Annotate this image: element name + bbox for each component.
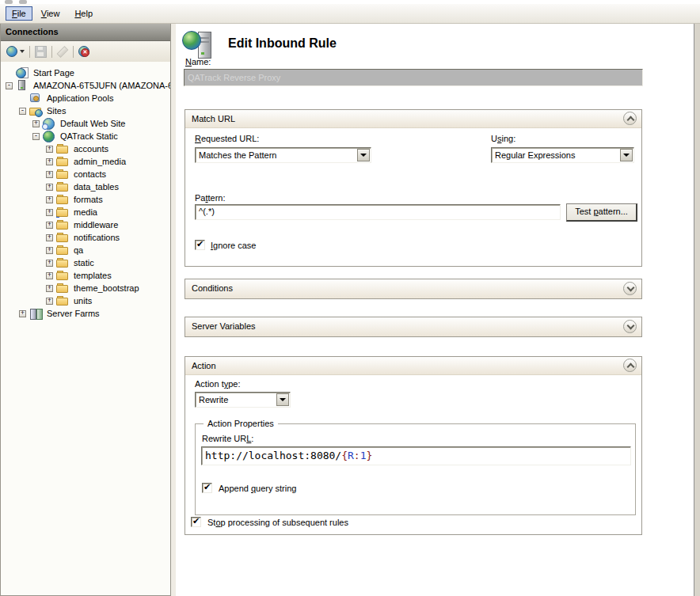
conditions-section: Conditions <box>185 279 642 299</box>
tree-item-static[interactable]: +static <box>1 256 170 269</box>
create-connection-button[interactable] <box>5 44 26 59</box>
collapse-icon[interactable]: - <box>6 82 13 89</box>
expand-icon[interactable]: + <box>46 196 53 203</box>
collapse-section-button[interactable] <box>623 112 637 125</box>
tree-item-qatrack-static[interactable]: -QATrack Static <box>1 130 170 142</box>
server-farm-icon <box>29 308 43 319</box>
expand-icon[interactable]: + <box>46 247 53 254</box>
folder-icon <box>56 169 70 180</box>
dropdown-arrow-icon[interactable] <box>357 149 370 161</box>
menu-view[interactable]: View <box>35 6 67 21</box>
dropdown-arrow-icon[interactable] <box>620 149 633 161</box>
action-title: Action <box>192 361 216 370</box>
menu-help[interactable]: Help <box>68 6 99 21</box>
tree-item-qa[interactable]: +qa <box>1 244 170 256</box>
expand-section-button[interactable] <box>623 320 637 333</box>
server-variables-header[interactable]: Server Variables <box>185 317 641 336</box>
tree-item-contacts[interactable]: +contacts <box>1 168 170 180</box>
expand-icon[interactable]: + <box>32 120 40 127</box>
tree-item-middleware[interactable]: +middleware <box>1 218 170 231</box>
action-header[interactable]: Action <box>185 357 641 375</box>
folder-icon <box>56 245 70 256</box>
append-query-string-checkbox[interactable] <box>202 483 212 493</box>
tree-item-server-farms[interactable]: +Server Farms <box>1 307 170 320</box>
match-url-header[interactable]: Match URL <box>185 110 641 128</box>
tree-item-label: Server Farms <box>47 309 100 318</box>
expand-icon[interactable]: + <box>46 171 53 178</box>
expand-icon[interactable]: + <box>46 234 53 241</box>
stop-processing-checkbox[interactable] <box>191 517 201 527</box>
tree-item-amazona-6t5jufn-amazona-6t[interactable]: -AMAZONA-6T5JUFN (AMAZONA-6T <box>1 79 170 92</box>
test-pattern-button[interactable]: Test pattern... <box>566 203 637 222</box>
site-globe-icon <box>43 118 56 129</box>
pattern-input[interactable]: ^(.*) <box>195 204 561 220</box>
using-select[interactable]: Regular Expressions <box>491 147 634 163</box>
edit-icon <box>57 46 69 58</box>
expand-icon[interactable]: + <box>46 285 53 292</box>
action-type-value: Rewrite <box>199 395 275 404</box>
expand-icon[interactable]: + <box>46 146 53 153</box>
tree-item-admin-media[interactable]: +admin_media <box>1 155 170 168</box>
name-input: QATrack Reverse Proxy <box>184 69 643 86</box>
collapse-section-button[interactable] <box>623 359 637 372</box>
expand-icon[interactable]: + <box>46 209 53 216</box>
action-type-select[interactable]: Rewrite <box>195 392 291 408</box>
server-variables-title: Server Variables <box>192 321 256 331</box>
expand-icon[interactable]: + <box>46 158 53 165</box>
toolbar-separator <box>51 46 52 58</box>
tree-item-theme-bootstrap[interactable]: +theme_bootstrap <box>1 282 170 294</box>
conditions-header[interactable]: Conditions <box>185 279 641 298</box>
tree-item-data-tables[interactable]: +data_tables <box>1 180 170 193</box>
expand-icon[interactable]: + <box>19 310 26 317</box>
delete-connection-button[interactable]: ✕ <box>77 44 91 59</box>
tree-item-application-pools[interactable]: Application Pools <box>1 92 170 104</box>
folder-icon <box>56 295 70 306</box>
tree-item-templates[interactable]: +templates <box>1 269 170 282</box>
tree-item-label: data_tables <box>74 182 119 192</box>
expand-icon[interactable]: + <box>46 184 53 191</box>
tree-item-label: units <box>74 296 92 306</box>
expand-icon[interactable]: + <box>46 272 53 279</box>
toolbar-separator <box>73 46 74 58</box>
action-section: Action Action type: Rewrite Action Prope… <box>185 356 642 535</box>
connections-tree: Start Page-AMAZONA-6T5JUFN (AMAZONA-6TAp… <box>1 62 170 595</box>
connections-panel: Connections ✕ Start Page-AMAZONA-6T5JUFN… <box>0 24 171 596</box>
create-connection-icon <box>6 46 17 57</box>
expand-icon[interactable]: + <box>46 222 53 229</box>
collapse-icon[interactable]: - <box>19 108 26 115</box>
ignore-case-label: Ignore case <box>211 241 257 250</box>
connections-panel-title: Connections <box>1 24 170 41</box>
tree-item-label: notifications <box>74 233 120 242</box>
connections-toolbar: ✕ <box>1 41 170 63</box>
append-query-string-label: Append query string <box>219 484 296 493</box>
dropdown-arrow-icon[interactable] <box>276 393 289 406</box>
chevron-down-icon <box>627 284 635 292</box>
tree-item-media[interactable]: +media <box>1 206 170 218</box>
using-label: Using: <box>491 134 515 143</box>
tree-item-units[interactable]: +units <box>1 294 170 307</box>
expand-icon[interactable]: + <box>46 298 53 305</box>
expand-section-button[interactable] <box>623 282 637 295</box>
tree-item-label: middleware <box>74 220 118 230</box>
chevron-up-icon <box>627 363 635 371</box>
tree-item-default-web-site[interactable]: +Default Web Site <box>1 117 170 130</box>
requested-url-select[interactable]: Matches the Pattern <box>195 147 371 163</box>
folder-icon <box>56 156 70 167</box>
expand-icon[interactable]: + <box>46 260 53 267</box>
folder-icon <box>56 181 70 192</box>
collapse-icon[interactable]: - <box>32 133 40 140</box>
tree-item-start-page[interactable]: Start Page <box>1 66 170 79</box>
site-globe2-icon <box>43 131 56 142</box>
ignore-case-checkbox[interactable] <box>195 240 205 250</box>
tree-item-notifications[interactable]: +notifications <box>1 231 170 244</box>
tree-item-label: formats <box>74 195 103 204</box>
rewrite-url-input[interactable]: http://localhost:8080/{R:1} <box>201 446 631 465</box>
menu-file[interactable]: File <box>6 6 32 21</box>
tree-item-sites[interactable]: -Sites <box>1 104 170 117</box>
tree-item-formats[interactable]: +formats <box>1 193 170 206</box>
tree-item-label: theme_bootstrap <box>74 283 139 293</box>
tree-item-accounts[interactable]: +accounts <box>1 142 170 155</box>
requested-url-value: Matches the Pattern <box>199 150 356 160</box>
conditions-title: Conditions <box>192 283 233 293</box>
folder-icon <box>56 143 70 154</box>
